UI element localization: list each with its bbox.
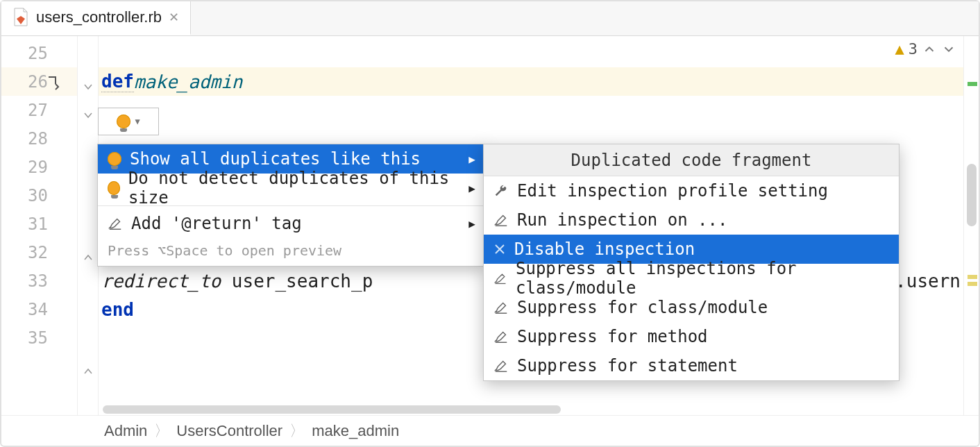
- line-number[interactable]: 25: [1, 39, 77, 67]
- intention-item-dont-detect[interactable]: Do not detect duplicates of this size ▶: [98, 174, 485, 203]
- submenu-item-suppress-all[interactable]: Suppress all inspections for class/modul…: [484, 264, 899, 293]
- line-number[interactable]: 27: [1, 96, 77, 124]
- error-stripe[interactable]: [963, 36, 979, 415]
- submenu-item-run-inspection[interactable]: Run inspection on ...: [484, 205, 899, 235]
- stripe-marker[interactable]: [968, 275, 977, 279]
- breadcrumb-item[interactable]: UsersController: [176, 422, 282, 440]
- recursive-call-icon: [46, 74, 62, 91]
- line-number[interactable]: 34: [1, 295, 77, 323]
- menu-item-label: Show all duplicates like this: [130, 149, 421, 169]
- line-number[interactable]: 29: [1, 153, 77, 181]
- fold-gutter: [78, 36, 99, 415]
- submenu-item-suppress-method[interactable]: Suppress for method: [484, 322, 899, 351]
- menu-item-label: Do not detect duplicates of this size: [128, 169, 460, 208]
- line-number[interactable]: 35: [1, 323, 77, 352]
- fold-toggle-icon[interactable]: [83, 75, 93, 85]
- submenu-item-suppress-statement[interactable]: Suppress for statement: [484, 351, 899, 380]
- horizontal-scrollbar[interactable]: [103, 405, 959, 414]
- file-tab[interactable]: users_controller.rb ✕: [1, 1, 191, 35]
- lightbulb-icon: [117, 115, 130, 128]
- menu-item-label: Run inspection on ...: [517, 210, 727, 230]
- code-line[interactable]: def make_admin: [99, 67, 963, 96]
- submenu-arrow-icon: ▶: [468, 153, 475, 166]
- menu-item-label: Add '@return' tag: [131, 214, 302, 233]
- menu-item-label: Suppress for class/module: [517, 298, 768, 317]
- pencil-icon: [493, 300, 509, 315]
- intention-actions-popup: Show all duplicates like this ▶ Do not d…: [97, 144, 486, 267]
- line-number-gutter: 25 26 27 28 29 30 31 32 33 34 35: [1, 36, 78, 415]
- submenu-item-edit-profile[interactable]: Edit inspection profile setting: [484, 176, 899, 205]
- line-number[interactable]: 28: [1, 124, 77, 153]
- line-number[interactable]: 33: [1, 267, 77, 295]
- chevron-down-icon: ▼: [135, 117, 140, 126]
- line-number[interactable]: 30: [1, 181, 77, 210]
- breadcrumb-item[interactable]: Admin: [104, 422, 147, 440]
- inspection-submenu: Duplicated code fragment Edit inspection…: [483, 144, 899, 381]
- submenu-title: Duplicated code fragment: [484, 144, 899, 176]
- breadcrumb-separator-icon: 〉: [154, 421, 169, 441]
- tab-close-icon[interactable]: ✕: [169, 10, 179, 25]
- submenu-item-suppress-class[interactable]: Suppress for class/module: [484, 293, 899, 322]
- line-number[interactable]: 26: [1, 67, 77, 96]
- menu-hint: Press ⌥Space to open preview: [98, 238, 485, 266]
- submenu-arrow-icon: ▶: [468, 182, 475, 195]
- fold-end-icon[interactable]: [83, 360, 93, 369]
- menu-item-label: Suppress all inspections for class/modul…: [516, 259, 889, 298]
- wrench-icon: [493, 183, 509, 199]
- menu-item-label: Edit inspection profile setting: [517, 181, 828, 201]
- menu-item-label: Disable inspection: [514, 239, 695, 259]
- stripe-marker[interactable]: [968, 282, 977, 286]
- code-editor[interactable]: ▲ 3 25 26 27 28 29 30 31 32 33 34 35: [1, 36, 979, 415]
- editor-tabbar: users_controller.rb ✕: [1, 1, 979, 36]
- stripe-marker[interactable]: [968, 82, 977, 86]
- scrollbar-thumb[interactable]: [103, 405, 561, 414]
- fold-end-icon[interactable]: [83, 246, 93, 255]
- lightbulb-icon: [108, 181, 120, 195]
- tab-filename: users_controller.rb: [36, 8, 162, 26]
- breadcrumb-item[interactable]: make_admin: [312, 422, 399, 440]
- ide-window: users_controller.rb ✕ ▲ 3 25 26 27 28 29…: [0, 0, 980, 447]
- vertical-scrollbar-thumb[interactable]: [967, 164, 977, 226]
- intention-bulb[interactable]: ▼: [98, 108, 159, 135]
- ruby-file-icon: [12, 8, 29, 27]
- menu-item-label: Suppress for statement: [517, 356, 738, 376]
- close-icon: [493, 243, 506, 255]
- breadcrumb-separator-icon: 〉: [289, 421, 305, 441]
- intention-item-add-return-tag[interactable]: Add '@return' tag ▶: [98, 209, 485, 238]
- fold-toggle-icon[interactable]: [83, 103, 93, 113]
- line-number[interactable]: 32: [1, 238, 77, 267]
- pencil-icon: [493, 271, 507, 286]
- line-number[interactable]: 31: [1, 210, 77, 238]
- menu-item-label: Suppress for method: [517, 327, 708, 346]
- lightbulb-icon: [108, 152, 121, 166]
- pencil-icon: [493, 329, 509, 344]
- pencil-icon: [493, 212, 509, 228]
- pencil-icon: [493, 358, 509, 373]
- breadcrumb-bar: Admin 〉 UsersController 〉 make_admin: [1, 415, 979, 446]
- pencil-icon: [108, 216, 123, 231]
- submenu-arrow-icon: ▶: [468, 217, 475, 230]
